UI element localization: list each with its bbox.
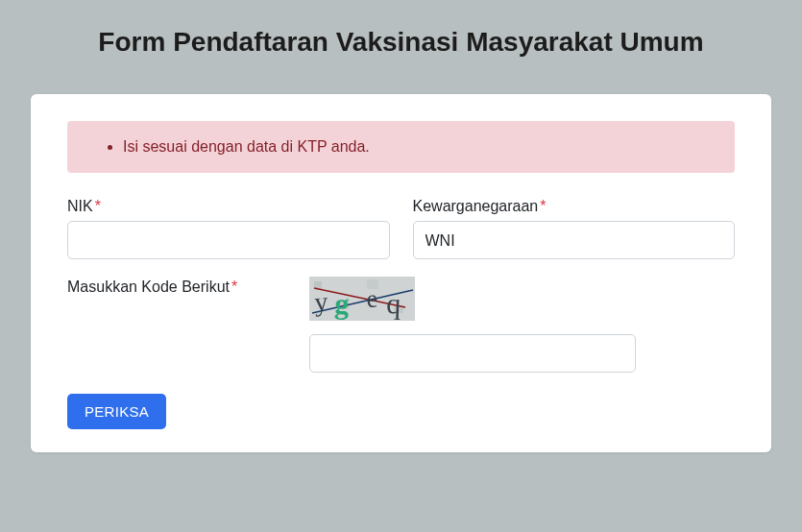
nik-input[interactable] <box>67 221 390 259</box>
captcha-input[interactable] <box>309 334 636 373</box>
svg-text:e: e <box>366 284 378 313</box>
kewarganegaraan-select[interactable]: WNI <box>413 221 736 259</box>
nik-label: NIK* <box>67 198 390 215</box>
form-card: Isi sesuai dengan data di KTP anda. NIK*… <box>31 94 771 452</box>
instruction-alert: Isi sesuai dengan data di KTP anda. <box>67 121 735 173</box>
svg-text:g: g <box>334 287 351 320</box>
page-title: Form Pendaftaran Vaksinasi Masyarakat Um… <box>31 27 771 58</box>
captcha-image: y g e q <box>309 277 415 321</box>
alert-item: Isi sesuai dengan data di KTP anda. <box>123 138 708 156</box>
periksa-button[interactable]: PERIKSA <box>67 394 166 429</box>
svg-text:q: q <box>386 287 401 320</box>
svg-text:y: y <box>313 286 328 317</box>
captcha-label: Masukkan Kode Berikut* <box>67 278 286 296</box>
kewarganegaraan-label: Kewarganegaraan* <box>413 198 736 215</box>
